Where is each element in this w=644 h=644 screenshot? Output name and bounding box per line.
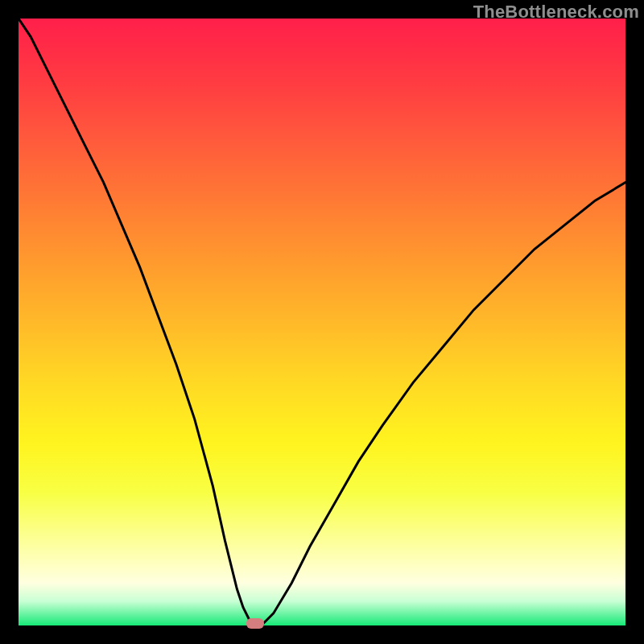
curve-path xyxy=(19,19,625,625)
chart-stage: TheBottleneck.com xyxy=(0,0,644,644)
plot-area xyxy=(19,19,625,625)
optimum-marker xyxy=(246,618,264,629)
bottleneck-curve xyxy=(19,19,625,625)
